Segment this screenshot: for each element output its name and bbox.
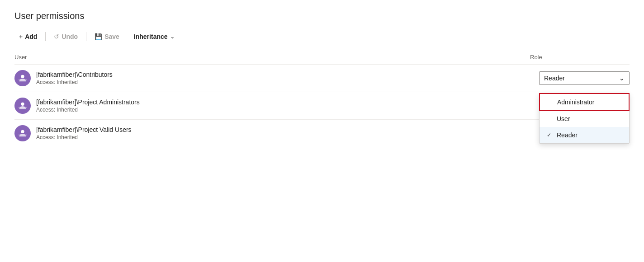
user-info-2: [fabrikamfiber]\Project Administrators A… <box>36 98 140 113</box>
inheritance-label: Inheritance <box>134 33 168 40</box>
save-button[interactable]: 💾 Save <box>90 30 124 43</box>
col-header-user: User <box>14 54 530 61</box>
svg-rect-1 <box>19 80 27 80</box>
toolbar: + Add ↺ Undo 💾 Save Inheritance ⌄ <box>14 30 630 43</box>
user-access-2: Access: Inherited <box>36 107 140 113</box>
dropdown-item-label-reader: Reader <box>557 131 578 139</box>
add-button[interactable]: + Add <box>14 30 42 43</box>
user-access-3: Access: Inherited <box>36 134 132 140</box>
user-info-3: [fabrikamfiber]\Project Valid Users Acce… <box>36 126 132 140</box>
dropdown-item-reader[interactable]: ✓ Reader <box>540 127 629 143</box>
avatar-3 <box>14 125 31 141</box>
user-name-3: [fabrikamfiber]\Project Valid Users <box>36 126 132 133</box>
avatar-1 <box>14 70 31 86</box>
table-header: User Role <box>14 50 630 65</box>
dropdown-item-administrator[interactable]: Administrator <box>539 93 630 111</box>
chevron-down-icon: ⌄ <box>170 34 174 39</box>
user-info-1: [fabrikamfiber]\Contributors Access: Inh… <box>36 71 113 85</box>
plus-icon: + <box>19 33 23 40</box>
user-name-2: [fabrikamfiber]\Project Administrators <box>36 98 140 106</box>
svg-point-0 <box>21 75 24 78</box>
inheritance-button[interactable]: Inheritance ⌄ <box>129 30 179 43</box>
toolbar-separator-1 <box>45 32 46 41</box>
toolbar-separator-2 <box>86 32 86 41</box>
undo-icon: ↺ <box>54 33 59 40</box>
undo-button-label: Undo <box>62 33 78 40</box>
table-rows: [fabrikamfiber]\Contributors Access: Inh… <box>14 65 630 147</box>
svg-point-4 <box>21 130 24 133</box>
dropdown-menu: Administrator User ✓ Reader <box>539 93 630 144</box>
role-cell-1: Reader ⌄ Administrator User ✓ Read <box>530 71 630 85</box>
user-cell-1: [fabrikamfiber]\Contributors Access: Inh… <box>14 70 530 86</box>
col-header-role: Role <box>530 54 630 61</box>
svg-point-2 <box>21 103 24 106</box>
save-icon: 💾 <box>95 33 102 40</box>
page-title: User permissions <box>14 11 630 21</box>
dropdown-chevron-icon: ⌄ <box>619 75 625 82</box>
check-mark-reader: ✓ <box>547 132 553 138</box>
save-button-label: Save <box>104 33 119 40</box>
user-permissions-page: User permissions + Add ↺ Undo 💾 Save Inh… <box>0 0 644 262</box>
user-access-1: Access: Inherited <box>36 79 113 85</box>
dropdown-item-user[interactable]: User <box>540 111 629 127</box>
undo-button[interactable]: ↺ Undo <box>49 30 82 43</box>
table-row: [fabrikamfiber]\Project Valid Users Acce… <box>14 120 630 147</box>
dropdown-item-label-user: User <box>557 115 570 122</box>
svg-rect-3 <box>19 107 27 108</box>
table-row: [fabrikamfiber]\Project Administrators A… <box>14 92 630 120</box>
role-dropdown-1[interactable]: Reader ⌄ <box>539 71 630 85</box>
user-name-1: [fabrikamfiber]\Contributors <box>36 71 113 78</box>
svg-rect-5 <box>19 135 27 136</box>
user-cell-2: [fabrikamfiber]\Project Administrators A… <box>14 98 530 114</box>
dropdown-item-label-administrator: Administrator <box>557 98 594 106</box>
user-cell-3: [fabrikamfiber]\Project Valid Users Acce… <box>14 125 530 141</box>
role-dropdown-value: Reader <box>544 75 565 82</box>
avatar-2 <box>14 98 31 114</box>
add-button-label: Add <box>25 33 37 40</box>
table-row: [fabrikamfiber]\Contributors Access: Inh… <box>14 65 630 92</box>
